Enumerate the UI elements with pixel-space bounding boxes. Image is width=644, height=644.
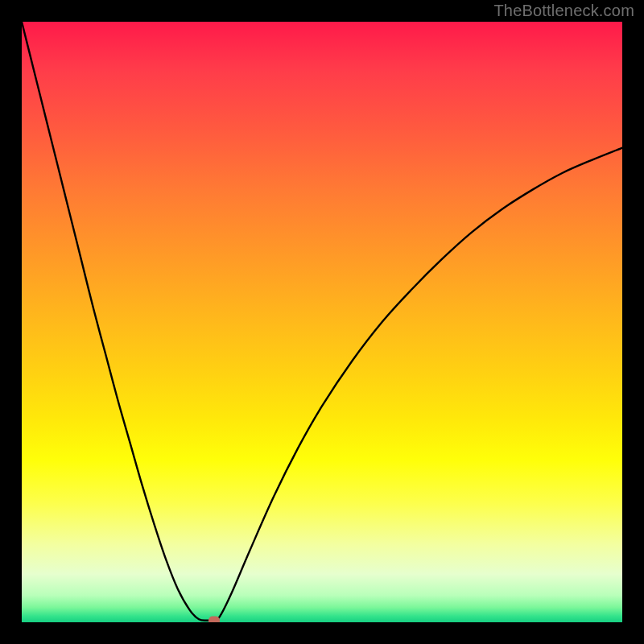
minimum-marker-icon [208,616,220,622]
plot-area [22,22,622,622]
chart-frame: TheBottleneck.com [0,0,644,644]
watermark-text: TheBottleneck.com [493,2,634,20]
bottleneck-curve [22,22,622,622]
